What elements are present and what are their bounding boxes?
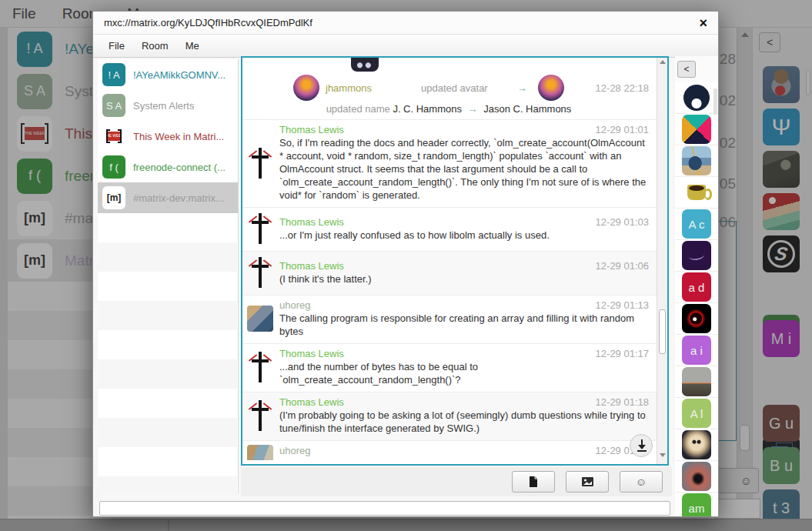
menu-me[interactable]: Me	[185, 40, 199, 52]
message-sender[interactable]: Thomas Lewis	[279, 216, 344, 228]
member-avatar-letters[interactable]: a i	[682, 336, 711, 365]
message-sender[interactable]: Thomas Lewis	[279, 348, 344, 359]
chat-timeline: jhammons updated avatar → 12-28 22:18 up…	[241, 56, 669, 466]
room-item-selected[interactable]: [m] #matrix-dev:matrix...	[98, 182, 238, 213]
message-timestamp: 12-29 01:17	[596, 348, 649, 359]
cross-avatar-icon[interactable]	[247, 146, 273, 180]
message-row: Thomas Lewis 12-29 01:01 So, if I'm read…	[242, 119, 657, 207]
menu-room[interactable]: Room	[142, 40, 169, 52]
image-icon	[582, 477, 593, 486]
message-timestamp: 12-29 01:03	[596, 216, 649, 228]
emoji-button[interactable]: ☺	[620, 471, 663, 493]
composer-toolbar: ☺	[241, 467, 672, 496]
message-timestamp: 12-29 01:01	[596, 124, 649, 135]
partial-avatar	[351, 58, 379, 72]
room-item[interactable]: ! A !AYeAMikkGOMNV...	[98, 59, 238, 90]
member-avatar-coffee-mug-icon[interactable]	[687, 185, 706, 200]
message-row: Thomas Lewis 12-29 01:03 ...or I'm just …	[242, 207, 657, 251]
message-sender[interactable]: uhoreg	[279, 299, 310, 311]
dialog-room-list: ! A !AYeAMikkGOMNV... S A System Alerts …	[98, 59, 239, 493]
attach-file-button[interactable]	[512, 471, 555, 493]
room-avatar: S A	[102, 94, 125, 117]
screen: File Room Me 28 02 02 05 06 ! A !AYeAM S…	[0, 0, 812, 531]
dialog-member-list: < A c a d a i A l am	[675, 56, 718, 516]
member-avatar-signature[interactable]	[682, 241, 711, 270]
member-avatar-scream-painting[interactable]	[682, 462, 711, 491]
empty-room-rows	[98, 213, 237, 493]
new-display-name: Jason C. Hammons	[483, 103, 571, 115]
scroll-up-icon[interactable]	[660, 60, 666, 64]
uhoreg-avatar[interactable]	[247, 306, 273, 332]
state-action: updated avatar	[421, 82, 488, 94]
member-avatar-letters[interactable]: A l	[682, 399, 711, 428]
mxc-media-dialog: mxc://matrix.org/KyLDJQfIHbRcvxQIEDmPdlK…	[92, 11, 719, 517]
member-avatar-geometric[interactable]	[682, 115, 711, 144]
room-avatar: [m]	[102, 186, 125, 209]
state-sender[interactable]: jhammons	[326, 82, 372, 94]
message-row: Thomas Lewis 12-29 01:18 (I'm probably g…	[242, 392, 657, 440]
message-text: ...or I'm just really confused as to how…	[279, 228, 649, 242]
message-timestamp: 12-29 01:06	[596, 260, 649, 272]
jhammons-new-avatar	[538, 75, 564, 101]
cross-avatar-icon[interactable]	[247, 255, 273, 289]
message-sender[interactable]: Thomas Lewis	[279, 260, 344, 272]
member-avatar-dog-photo[interactable]	[682, 430, 711, 459]
message-sender[interactable]: Thomas Lewis	[279, 124, 344, 135]
old-display-name: J. C. Hammons	[393, 103, 462, 115]
message-text: So, if I'm reading the docs and header c…	[279, 135, 649, 202]
member-avatar-airplane-photo[interactable]	[682, 146, 711, 175]
message-row: Thomas Lewis 12-29 01:06 (I think it's t…	[242, 251, 657, 295]
cross-avatar-icon[interactable]	[247, 399, 273, 432]
arrow-icon: →	[514, 82, 530, 94]
file-icon	[529, 476, 538, 487]
dialog-titlebar[interactable]: mxc://matrix.org/KyLDJQfIHbRcvxQIEDmPdlK…	[93, 12, 718, 35]
member-avatar-letters[interactable]: a d	[682, 272, 711, 302]
message-timestamp: 12-29 01:13	[596, 299, 649, 311]
member-list-scrollbar[interactable]	[713, 88, 717, 115]
state-action2: updated name	[326, 103, 390, 115]
dialog-title: mxc://matrix.org/KyLDJQfIHbRcvxQIEDmPdlK…	[104, 17, 699, 28]
member-avatar-letters[interactable]: am	[682, 493, 711, 516]
scrollbar-thumb[interactable]	[659, 309, 666, 354]
message-text: (I'm probably going to be asking a lot o…	[279, 408, 649, 435]
close-icon[interactable]: ×	[699, 16, 707, 30]
message-timestamp: 12-29 01:18	[596, 396, 649, 408]
message-text: ...and the number of bytes has to be equ…	[279, 359, 649, 386]
member-avatar-github-octocat-icon[interactable]	[682, 83, 711, 112]
room-item[interactable]: f ( freenode-connect (...	[98, 152, 238, 182]
twim-logo-avatar: THE WEEK	[102, 125, 125, 148]
chat-scrollbar[interactable]	[657, 58, 667, 464]
attach-image-button[interactable]	[566, 471, 609, 493]
message-row: uhoreg 12-29 01:13 The calling program i…	[242, 295, 657, 343]
scroll-down-icon[interactable]	[660, 453, 666, 457]
message-sender[interactable]: Thomas Lewis	[279, 396, 344, 408]
message-row: Thomas Lewis 12-29 01:17 ...and the numb…	[242, 343, 657, 392]
dialog-menubar: File Room Me	[93, 35, 718, 58]
jhammons-avatar[interactable]	[293, 75, 319, 101]
message-text: The calling program is responsible for c…	[279, 311, 649, 338]
message-text: (I think it's the latter.)	[279, 272, 649, 286]
cross-avatar-icon[interactable]	[247, 350, 273, 384]
room-avatar: f (	[102, 155, 125, 179]
room-avatar: ! A	[102, 63, 125, 86]
member-avatar-demon-face[interactable]	[682, 304, 711, 333]
collapse-members-button[interactable]: <	[677, 61, 696, 78]
member-avatar-landscape-photo[interactable]	[682, 367, 711, 396]
member-avatar-letters[interactable]: A c	[682, 209, 711, 239]
state-timestamp: 12-28 22:18	[596, 82, 649, 94]
chat-scroll-area: jhammons updated avatar → 12-28 22:18 up…	[242, 58, 657, 464]
message-sender[interactable]: uhoreg	[279, 445, 310, 456]
room-item[interactable]: THE WEEK This Week in Matri...	[98, 121, 238, 152]
arrow-icon: →	[465, 103, 481, 115]
scroll-to-bottom-button[interactable]	[630, 434, 653, 457]
cross-avatar-icon[interactable]	[247, 212, 273, 245]
uhoreg-avatar[interactable]	[247, 445, 273, 460]
state-event-row: jhammons updated avatar → 12-28 22:18 up…	[242, 58, 657, 119]
menu-file[interactable]: File	[109, 40, 125, 52]
message-input[interactable]	[99, 501, 670, 516]
message-row-partial: uhoreg 12-29 01:18	[242, 440, 657, 464]
room-item[interactable]: S A System Alerts	[98, 90, 238, 121]
